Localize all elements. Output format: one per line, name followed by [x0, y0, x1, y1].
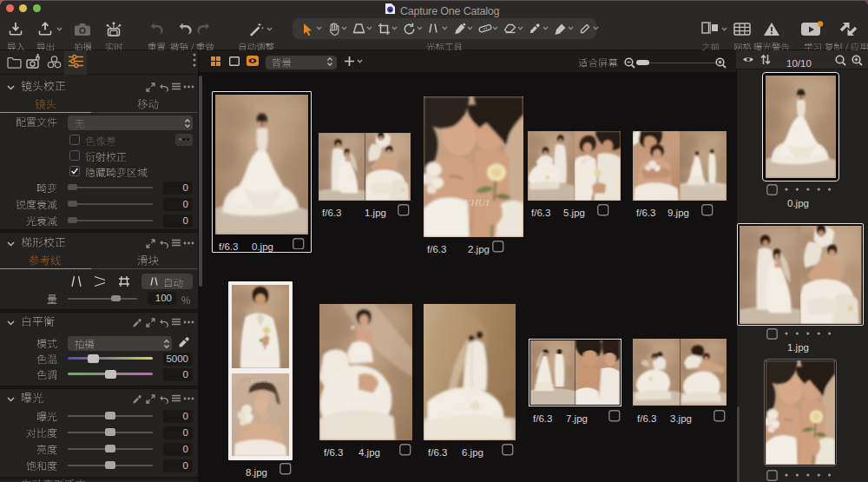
svg-text:LCHUI: LCHUI: [246, 195, 277, 206]
svg-text:LCHUI: LCHUI: [251, 379, 271, 385]
svg-text:LCHUI: LCHUI: [454, 402, 485, 413]
svg-text:LCHUI: LCHUI: [457, 198, 490, 209]
svg-text:LCHUI: LCHUI: [351, 402, 382, 413]
